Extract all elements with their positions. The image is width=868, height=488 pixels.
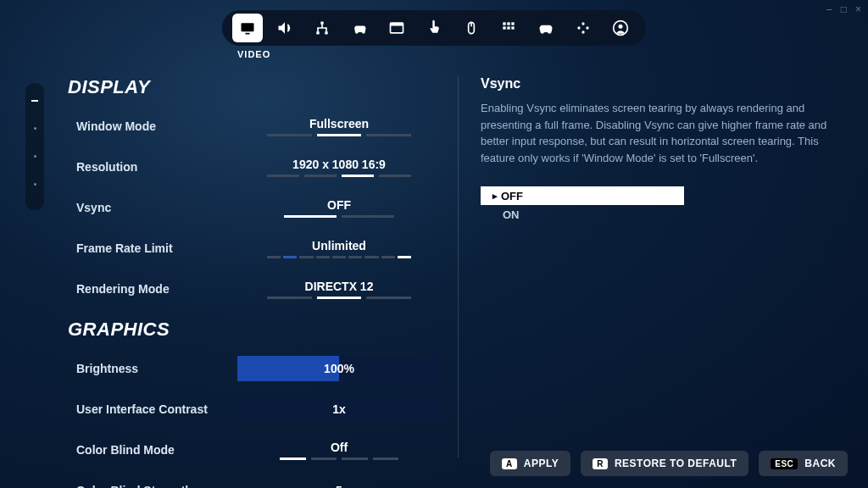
- side-nav-item[interactable]: [34, 155, 36, 158]
- minimize-icon[interactable]: –: [826, 3, 832, 15]
- info-panel: Vsync Enabling Vsync eliminates screen t…: [458, 76, 843, 458]
- footer-buttons: AAPPLY RRESTORE TO DEFAULT ESCBACK: [490, 451, 848, 476]
- tab-dpad-icon[interactable]: [568, 14, 598, 42]
- info-title: Vsync: [481, 76, 843, 92]
- active-tab-label: VIDEO: [222, 49, 646, 59]
- section-graphics: GRAPHICS: [68, 319, 441, 341]
- svg-rect-3: [316, 31, 319, 34]
- close-icon[interactable]: ×: [855, 3, 861, 15]
- tab-ui-icon[interactable]: [381, 14, 412, 42]
- svg-rect-2: [320, 22, 323, 25]
- option-off[interactable]: OFF: [481, 186, 684, 205]
- side-nav: [25, 76, 51, 458]
- svg-rect-9: [503, 22, 505, 25]
- maximize-icon[interactable]: □: [841, 3, 847, 15]
- row-vsync[interactable]: Vsync OFF: [68, 190, 441, 225]
- tab-network-icon[interactable]: [307, 14, 337, 42]
- restore-button[interactable]: RRESTORE TO DEFAULT: [581, 451, 748, 476]
- svg-rect-6: [391, 23, 403, 25]
- row-cb-strength[interactable]: Color Blind Strength 5: [68, 473, 441, 488]
- tab-audio[interactable]: [270, 14, 300, 42]
- svg-rect-14: [511, 26, 514, 29]
- side-nav-item[interactable]: [34, 127, 36, 130]
- row-cb-mode[interactable]: Color Blind Mode Off: [68, 432, 441, 468]
- svg-point-15: [581, 22, 584, 25]
- svg-rect-1: [246, 33, 250, 35]
- row-window-mode[interactable]: Window Mode Fullscreen: [68, 108, 441, 144]
- svg-point-20: [619, 25, 623, 29]
- svg-rect-12: [503, 26, 505, 29]
- window-controls: – □ ×: [826, 3, 861, 15]
- tab-controller-icon[interactable]: [531, 14, 561, 42]
- side-nav-item-active[interactable]: [31, 100, 38, 102]
- tab-grid-icon[interactable]: [493, 14, 524, 42]
- row-brightness[interactable]: Brightness 100%: [68, 351, 441, 386]
- option-on[interactable]: ON: [481, 205, 684, 224]
- top-tab-bar: [222, 10, 646, 46]
- section-display: DISPLAY: [68, 76, 441, 98]
- option-list: OFF ON: [481, 186, 684, 224]
- tab-video[interactable]: [232, 14, 263, 42]
- row-frame-rate[interactable]: Frame Rate Limit Unlimited: [68, 230, 441, 266]
- svg-point-18: [586, 26, 588, 29]
- svg-point-16: [581, 30, 584, 33]
- tab-mouse-icon[interactable]: [456, 14, 487, 42]
- svg-rect-10: [507, 22, 509, 25]
- tab-touch-icon[interactable]: [419, 14, 449, 42]
- side-nav-item[interactable]: [34, 183, 36, 186]
- svg-rect-11: [511, 22, 514, 25]
- svg-rect-4: [325, 31, 327, 34]
- row-ui-contrast[interactable]: User Interface Contrast 1x: [68, 391, 441, 427]
- tab-game-icon[interactable]: [344, 14, 375, 42]
- row-rendering[interactable]: Rendering Mode DIRECTX 12: [68, 271, 441, 307]
- back-button[interactable]: ESCBACK: [759, 451, 848, 476]
- tab-account-icon[interactable]: [605, 14, 636, 42]
- svg-point-17: [577, 26, 580, 29]
- apply-button[interactable]: AAPPLY: [490, 451, 570, 476]
- settings-list: DISPLAY Window Mode Fullscreen Resolutio…: [68, 76, 458, 458]
- svg-rect-0: [242, 23, 254, 31]
- row-resolution[interactable]: Resolution 1920 x 1080 16:9: [68, 149, 441, 185]
- svg-rect-13: [507, 26, 509, 29]
- info-description: Enabling Vsync eliminates screen tearing…: [481, 100, 843, 166]
